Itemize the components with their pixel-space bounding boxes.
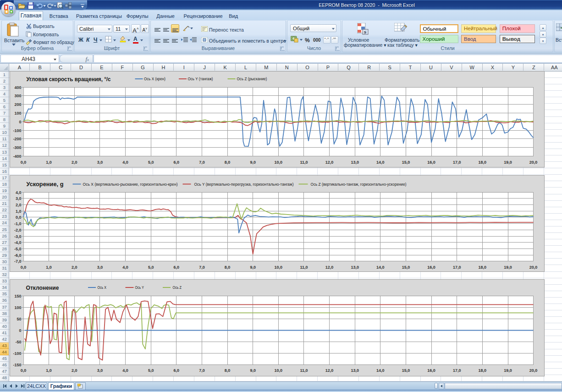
svg-text:0: 0 (19, 328, 21, 333)
svg-text:13,0: 13,0 (351, 160, 359, 165)
svg-text:Ось X (крен): Ось X (крен) (144, 77, 165, 81)
svg-text:Ось Y: Ось Y (135, 285, 144, 290)
svg-text:Ускорение, g: Ускорение, g (26, 181, 63, 188)
svg-text:1,0: 1,0 (46, 265, 52, 270)
svg-text:4,0: 4,0 (122, 265, 128, 270)
svg-text:6,0: 6,0 (173, 265, 179, 270)
svg-text:8,0: 8,0 (224, 265, 230, 270)
svg-text:-3,0: -3,0 (14, 234, 21, 238)
svg-text:7,0: 7,0 (199, 160, 205, 165)
svg-text:-150: -150 (13, 363, 21, 367)
svg-text:0,0: 0,0 (15, 215, 21, 220)
svg-text:15,0: 15,0 (402, 368, 410, 373)
svg-text:-50: -50 (15, 340, 21, 344)
svg-text:-100: -100 (13, 351, 21, 356)
svg-text:Угловая скорость вращения, °/с: Угловая скорость вращения, °/с (26, 76, 110, 83)
svg-text:19,0: 19,0 (504, 265, 512, 270)
svg-text:0,0: 0,0 (20, 368, 26, 373)
svg-text:1,0: 1,0 (46, 160, 52, 165)
svg-text:-100: -100 (13, 128, 21, 133)
svg-text:12,0: 12,0 (325, 265, 333, 270)
svg-text:4,0: 4,0 (15, 190, 21, 194)
svg-text:150: 150 (14, 294, 21, 298)
svg-text:17,0: 17,0 (452, 368, 461, 373)
svg-text:10,0: 10,0 (274, 368, 282, 373)
svg-text:9,0: 9,0 (250, 160, 256, 165)
svg-text:4,0: 4,0 (122, 368, 128, 373)
svg-text:300: 300 (14, 94, 21, 98)
svg-text:5,0: 5,0 (148, 368, 154, 373)
svg-text:Ось Z (вертикально-тангаж, го: Ось Z (вертикально-тангаж, горизонтально… (310, 182, 406, 186)
svg-text:3,0: 3,0 (97, 368, 103, 373)
svg-text:-400: -400 (13, 154, 21, 159)
svg-text:3,0: 3,0 (15, 196, 21, 201)
svg-text:7,0: 7,0 (199, 368, 205, 373)
svg-text:9,0: 9,0 (250, 265, 256, 270)
svg-text:2,0: 2,0 (72, 265, 77, 270)
svg-text:10,0: 10,0 (274, 265, 282, 270)
svg-text:Ось Y (вертикально-перегрузка,: Ось Y (вертикально-перегрузка, горизонта… (194, 182, 293, 186)
svg-text:11,0: 11,0 (300, 368, 308, 373)
svg-text:10,0: 10,0 (274, 160, 282, 165)
svg-text:4,0: 4,0 (122, 160, 128, 165)
svg-text:13,0: 13,0 (351, 368, 359, 373)
svg-text:3,0: 3,0 (97, 160, 103, 165)
svg-text:7,0: 7,0 (199, 265, 205, 270)
svg-text:16,0: 16,0 (427, 368, 435, 373)
svg-text:17,0: 17,0 (452, 160, 461, 165)
svg-text:2,0: 2,0 (72, 368, 77, 373)
svg-text:18,0: 18,0 (478, 368, 486, 373)
svg-text:-7,0: -7,0 (14, 259, 21, 264)
svg-text:13,0: 13,0 (351, 265, 359, 270)
svg-text:-200: -200 (13, 137, 21, 141)
svg-text:15,0: 15,0 (402, 265, 410, 270)
svg-text:-2,0: -2,0 (14, 227, 21, 232)
svg-text:-4,0: -4,0 (14, 240, 21, 245)
svg-text:400: 400 (14, 85, 21, 90)
svg-text:5,0: 5,0 (148, 265, 154, 270)
svg-text:12,0: 12,0 (325, 160, 333, 165)
svg-text:3,0: 3,0 (97, 265, 103, 270)
svg-text:14,0: 14,0 (376, 160, 385, 165)
svg-text:0,0: 0,0 (20, 265, 26, 270)
svg-text:Ось Y (тангаж): Ось Y (тангаж) (187, 77, 213, 81)
svg-text:14,0: 14,0 (376, 368, 385, 373)
svg-text:8,0: 8,0 (224, 160, 230, 165)
svg-text:1,0: 1,0 (15, 209, 21, 213)
svg-text:19,0: 19,0 (504, 368, 512, 373)
svg-text:18,0: 18,0 (478, 160, 486, 165)
svg-text:-1,0: -1,0 (14, 221, 21, 226)
svg-text:20,0: 20,0 (529, 265, 537, 270)
svg-text:1,0: 1,0 (46, 368, 52, 373)
svg-text:-5,0: -5,0 (14, 247, 21, 251)
svg-text:12,0: 12,0 (325, 368, 333, 373)
svg-text:5,0: 5,0 (148, 160, 154, 165)
svg-text:≶: ≶ (364, 30, 367, 34)
svg-text:16,0: 16,0 (427, 160, 435, 165)
svg-text:2,0: 2,0 (72, 160, 77, 165)
svg-text:11,0: 11,0 (300, 160, 308, 165)
svg-text:17,0: 17,0 (452, 265, 461, 270)
svg-text:Ось Z: Ось Z (172, 285, 182, 290)
svg-text:20,0: 20,0 (529, 368, 537, 373)
svg-text:Ось X: Ось X (97, 285, 106, 290)
svg-text:Ось X (вертикально-рыскание,: Ось X (вертикально-рыскание, горизонталь… (83, 182, 177, 186)
svg-text:11,0: 11,0 (300, 265, 308, 270)
svg-text:50: 50 (17, 317, 21, 321)
svg-text:8,0: 8,0 (224, 368, 230, 373)
svg-text:200: 200 (14, 102, 21, 107)
svg-text:9,0: 9,0 (250, 368, 256, 373)
svg-text:Отклонение: Отклонение (26, 284, 59, 291)
svg-text:2,0: 2,0 (15, 202, 21, 207)
svg-text:0: 0 (19, 120, 21, 124)
svg-text:20,0: 20,0 (529, 160, 537, 165)
svg-text:19,0: 19,0 (504, 160, 512, 165)
svg-text:-6,0: -6,0 (14, 253, 21, 257)
svg-text:Ось Z (рыскание): Ось Z (рыскание) (237, 77, 267, 81)
svg-text:0,0: 0,0 (20, 160, 26, 165)
svg-text:-300: -300 (13, 145, 21, 150)
svg-text:100: 100 (14, 305, 21, 310)
svg-text:6,0: 6,0 (173, 368, 179, 373)
svg-text:100: 100 (14, 111, 21, 116)
svg-text:16,0: 16,0 (427, 265, 435, 270)
